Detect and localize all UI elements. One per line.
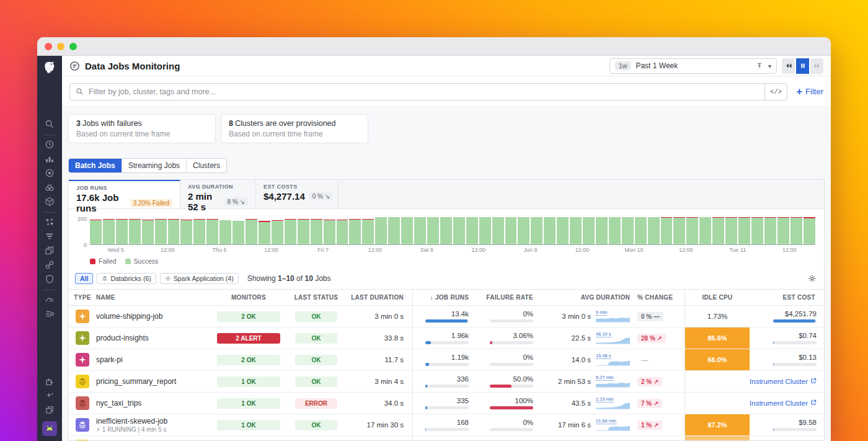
time-range-picker[interactable]: 1w Past 1 Week ▾ [609, 58, 777, 74]
table-row[interactable]: nyc_taxi_trips1 OKERROR34.0 s335100%43.5… [69, 393, 824, 414]
processes-dots-icon[interactable] [45, 217, 55, 227]
notebooks-copy-icon[interactable] [45, 405, 55, 415]
chart-bar[interactable] [453, 217, 465, 244]
chart-bar[interactable] [492, 217, 504, 244]
job-name[interactable]: volume-shipping-job [96, 312, 212, 321]
chart-bar[interactable] [259, 221, 270, 244]
chart-bar[interactable] [544, 217, 556, 244]
col-avg-duration[interactable]: AVG DURATION [542, 294, 635, 301]
add-filter-button[interactable]: +Filter [796, 86, 823, 97]
history-icon[interactable] [45, 140, 55, 149]
col-type[interactable]: TYPE [69, 294, 96, 301]
tab-batch-jobs[interactable]: Batch Jobs [69, 159, 122, 172]
instrument-cluster-link[interactable]: Instrument Cluster [750, 378, 817, 385]
datadog-logo-icon[interactable] [42, 60, 58, 76]
chart-bar[interactable] [583, 217, 595, 244]
search-icon[interactable] [45, 119, 55, 129]
col-last-duration[interactable]: LAST DURATION [347, 294, 412, 301]
insight-card-failures[interactable]: 3Jobs with failures Based on current tim… [68, 114, 216, 143]
search-input[interactable] [84, 87, 764, 96]
legend-failed[interactable]: Failed [90, 257, 117, 265]
service-catalog-icon[interactable] [45, 309, 55, 319]
table-row[interactable]: product-insights2 ALERTOK33.8 s1.96k3.06… [69, 327, 824, 349]
table-row[interactable]: inefficient-skewed-job⚡ 1 RUNNING | 4 mi… [69, 414, 824, 436]
chart-bar[interactable] [285, 219, 296, 244]
chart-bar[interactable] [375, 217, 387, 244]
avg-duration-sparkline[interactable]: 15.98 s [596, 357, 630, 366]
chart-bar[interactable] [168, 219, 180, 244]
col-job-runs-sorted[interactable]: ↓ JOB RUNS [413, 294, 477, 301]
chart-bar[interactable] [193, 219, 205, 244]
chart-bar[interactable] [518, 217, 529, 244]
chart-bar[interactable] [673, 217, 685, 244]
chart-bar[interactable] [155, 219, 167, 244]
monitors-badge[interactable]: 1 OK [217, 398, 280, 409]
chart-bar[interactable] [570, 217, 582, 244]
chart-bar[interactable] [349, 219, 361, 244]
chart-bar[interactable] [440, 217, 452, 244]
table-row[interactable]: pricing_summary_report1 OKOK3 min 4 s336… [69, 371, 824, 393]
chart-bar[interactable] [531, 217, 542, 244]
chart-bar[interactable] [206, 219, 218, 244]
col-est-cost[interactable]: EST COST [750, 294, 824, 301]
chart-bar[interactable] [686, 217, 698, 244]
pin-icon[interactable] [756, 62, 763, 69]
metric-card-avg-duration[interactable]: AVG DURATION 2 min 52 s8 % ↘ [180, 180, 256, 208]
chart-bar[interactable] [337, 220, 348, 244]
pause-button[interactable] [796, 58, 809, 74]
monitors-badge[interactable]: 1 OK [217, 420, 280, 430]
security-shield-icon[interactable] [45, 274, 55, 284]
monitors-badge[interactable]: 2 OK [217, 311, 280, 322]
chart-bar[interactable] [661, 217, 673, 244]
chart-bar[interactable] [311, 219, 322, 244]
chart-bar[interactable] [777, 217, 789, 244]
forward-button[interactable] [810, 58, 823, 74]
avg-duration-sparkline[interactable]: 46.19 s [596, 335, 630, 344]
rewind-button[interactable] [782, 58, 795, 74]
col-name[interactable]: NAME [96, 294, 212, 301]
watchdog-binoculars-icon[interactable] [45, 182, 55, 192]
insight-card-overprovisioned[interactable]: 8Clusters are over provisioned Based on … [221, 114, 368, 143]
chart-bar[interactable] [324, 220, 335, 244]
chart-bar[interactable] [596, 217, 608, 244]
chart-bar[interactable] [362, 219, 374, 244]
chart-bar[interactable] [712, 217, 724, 244]
tab-streaming-jobs[interactable]: Streaming Jobs [122, 159, 187, 172]
job-name[interactable]: spark-pi [96, 355, 212, 364]
col-failure-rate[interactable]: FAILURE RATE [477, 294, 542, 301]
chart-bar[interactable] [272, 220, 283, 244]
job-name[interactable]: inefficient-skewed-job [96, 417, 212, 425]
metric-card-est-costs[interactable]: EST COSTS $4,277.140 % ↘ [256, 180, 339, 208]
chart-bar[interactable] [180, 220, 192, 244]
metrics-chart-icon[interactable] [45, 154, 55, 164]
table-settings-gear-icon[interactable] [808, 274, 817, 283]
avg-duration-sparkline[interactable]: 9 min [596, 313, 630, 323]
col-last-status[interactable]: LAST STATUS [285, 294, 347, 301]
chart-bar[interactable] [699, 217, 711, 244]
logs-filter-icon[interactable] [45, 231, 55, 241]
avg-duration-sparkline[interactable]: 2.19 min [596, 400, 630, 409]
tab-clusters[interactable]: Clusters [187, 159, 226, 172]
table-row[interactable]: volume-shipping-job2 OKOK3 min 0 s13.4k0… [69, 306, 824, 327]
chart-bar[interactable] [129, 219, 141, 244]
filter-pill-spark[interactable]: Spark Application (4) [160, 273, 239, 284]
job-name[interactable]: pricing_summary_report [96, 377, 212, 386]
chart-bar[interactable] [298, 219, 309, 244]
col-idle-cpu[interactable]: IDLE CPU [685, 294, 750, 301]
chart-bar[interactable] [622, 217, 634, 244]
legend-success[interactable]: Success [125, 257, 159, 265]
marketplace-puzzle-icon[interactable] [45, 376, 55, 386]
code-query-toggle[interactable]: </> [764, 84, 787, 100]
chart-bar[interactable] [388, 217, 400, 244]
col-pct-change[interactable]: % CHANGE [635, 294, 684, 301]
apm-target-icon[interactable] [45, 168, 55, 178]
bits-ai-active-item[interactable] [42, 421, 57, 436]
chart-bar[interactable] [479, 217, 491, 244]
chart-bar[interactable] [232, 221, 244, 244]
chart-bar[interactable] [401, 217, 413, 244]
metric-card-job-runs[interactable]: JOB RUNS 17.6k Job runs3.20% Failed [69, 180, 180, 208]
chart-bar[interactable] [764, 217, 776, 244]
chart-bar[interactable] [804, 217, 815, 244]
chart-bar[interactable] [103, 219, 115, 244]
chart-bar[interactable] [116, 219, 128, 244]
